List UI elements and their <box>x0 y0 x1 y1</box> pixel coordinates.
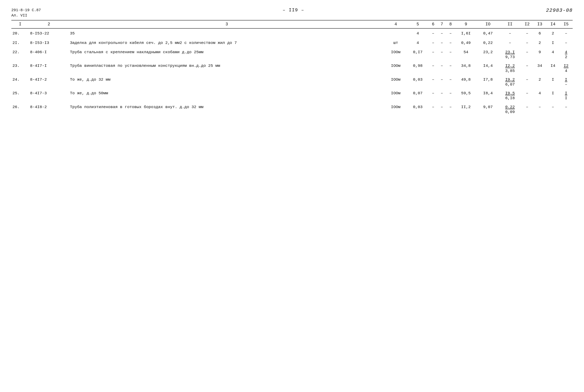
row-col14: 4 <box>546 46 560 60</box>
row-col11: 0,220,09 <box>499 102 521 115</box>
row-desc: Заделка для контрольного кабеля сеч. до … <box>69 37 385 47</box>
col-header-3: 3 <box>69 20 385 28</box>
row-col13: – <box>533 102 546 115</box>
row-col5: 4 <box>407 28 429 37</box>
row-col4: IOOм <box>385 102 407 115</box>
row-col15: – <box>560 102 573 115</box>
row-col11: – <box>499 37 521 47</box>
row-col4: IOOм <box>385 46 407 60</box>
row-code: 8-4I7-3 <box>29 88 69 101</box>
row-col5: 4 <box>407 37 429 47</box>
row-col4: шт <box>385 37 407 47</box>
row-code: 8-I53-I3 <box>29 37 69 47</box>
row-col10: I7,8 <box>477 74 499 88</box>
row-col8: – <box>446 60 455 74</box>
row-col13: 6 <box>533 28 546 37</box>
row-code: 8-4I8-2 <box>29 102 69 115</box>
row-col15: II <box>560 88 573 101</box>
row-col14: – <box>546 102 560 115</box>
row-desc: 35 <box>69 28 385 37</box>
row-num: 22. <box>11 46 29 60</box>
row-col11: 23,I9,73 <box>499 46 521 60</box>
row-col11: – <box>499 28 521 37</box>
row-col15: I24 <box>560 60 573 74</box>
row-code: 8-4I7-2 <box>29 74 69 88</box>
row-col13: 4 <box>533 88 546 101</box>
row-col11: I9,56,I8 <box>499 88 521 101</box>
row-desc: Труба стальная с креплением накладными с… <box>69 46 385 60</box>
row-col8: – <box>446 88 455 101</box>
row-col14: I4 <box>546 60 560 74</box>
row-col8: – <box>446 28 455 37</box>
row-col5: 0,98 <box>407 60 429 74</box>
table-row: 20.8-I53-22354–––I,6I0,47––62– <box>11 28 573 37</box>
row-col7: – <box>438 37 446 47</box>
row-col12: – <box>521 37 533 47</box>
header-left: 291-8-19 С.87 Ал. VII <box>11 8 41 18</box>
col-header-6: 6 <box>429 20 438 28</box>
row-col12: – <box>521 28 533 37</box>
row-desc: Труба полиэтиленовая в готовых бороздах … <box>69 102 385 115</box>
row-code: 8-406-I <box>29 46 69 60</box>
col-header-14: I4 <box>546 20 560 28</box>
row-col4: IOOм <box>385 60 407 74</box>
table-row: 2I.8-I53-I3Заделка для контрольного кабе… <box>11 37 573 47</box>
row-col10: 0,22 <box>477 37 499 47</box>
row-col12: – <box>521 60 533 74</box>
row-col6: – <box>429 74 438 88</box>
row-col5: 0,I7 <box>407 46 429 60</box>
row-col6: – <box>429 88 438 101</box>
row-col15: I– <box>560 74 573 88</box>
row-col7: – <box>438 28 446 37</box>
row-col9: 54 <box>455 46 477 60</box>
row-col14: 2 <box>546 28 560 37</box>
table-row: 24.8-4I7-2То же, д.до 32 ммIOOм0,03–––49… <box>11 74 573 88</box>
row-col4: IOOм <box>385 74 407 88</box>
row-col12: – <box>521 102 533 115</box>
row-col9: 49,8 <box>455 74 477 88</box>
row-col6: – <box>429 28 438 37</box>
col-header-12: I2 <box>521 20 533 28</box>
row-col11: I9,26,07 <box>499 74 521 88</box>
header-right: 22983-08 <box>546 8 573 13</box>
row-col7: – <box>438 46 446 60</box>
table-row: 23.8-4I7-IТруба винипластовая по установ… <box>11 60 573 74</box>
row-col5: 0,07 <box>407 88 429 101</box>
row-col8: – <box>446 102 455 115</box>
row-col6: – <box>429 46 438 60</box>
row-col9: 0,49 <box>455 37 477 47</box>
row-col11: I2,23,85 <box>499 60 521 74</box>
row-col4 <box>385 28 407 37</box>
row-desc: То же, д.до 50мм <box>69 88 385 101</box>
col-header-9: 9 <box>455 20 477 28</box>
row-col15: – <box>560 28 573 37</box>
row-col7: – <box>438 60 446 74</box>
row-col5: 0,03 <box>407 74 429 88</box>
col-header-15: I5 <box>560 20 573 28</box>
col-header-7: 7 <box>438 20 446 28</box>
row-col6: – <box>429 102 438 115</box>
row-desc: То же, д.до 32 мм <box>69 74 385 88</box>
row-col9: II,2 <box>455 102 477 115</box>
col-header-2: 2 <box>29 20 69 28</box>
col-header-4: 4 <box>385 20 407 28</box>
row-col10: I8,4 <box>477 88 499 101</box>
row-col12: – <box>521 74 533 88</box>
row-col14: I <box>546 37 560 47</box>
row-col6: – <box>429 37 438 47</box>
row-num: 25. <box>11 88 29 101</box>
row-desc: Труба винипластовая по установленным кон… <box>69 60 385 74</box>
row-col4: IOOм <box>385 88 407 101</box>
row-col9: 34,8 <box>455 60 477 74</box>
col-header-8: 8 <box>446 20 455 28</box>
row-num: 23. <box>11 60 29 74</box>
row-col7: – <box>438 74 446 88</box>
header-center: – II9 – <box>283 8 304 13</box>
row-num: 26. <box>11 102 29 115</box>
row-code: 8-I53-22 <box>29 28 69 37</box>
page-header: 291-8-19 С.87 Ал. VII – II9 – 22983-08 <box>11 8 573 18</box>
row-col13: 34 <box>533 60 546 74</box>
row-col7: – <box>438 102 446 115</box>
row-col15: 42 <box>560 46 573 60</box>
row-col8: – <box>446 46 455 60</box>
